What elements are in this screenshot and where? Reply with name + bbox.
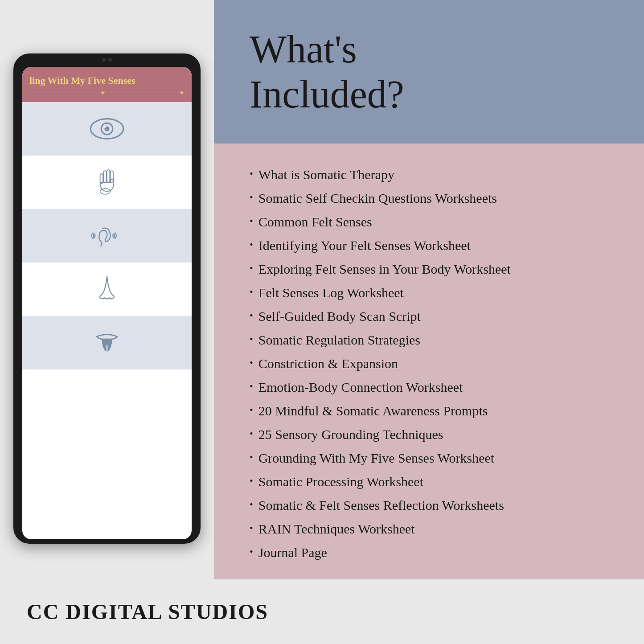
camera-dot-2 [108,58,112,62]
list-item: •Identifying Your Felt Senses Worksheet [250,237,617,254]
list-item-text: 25 Sensory Grounding Techniques [258,426,443,443]
list-item: •25 Sensory Grounding Techniques [250,426,617,443]
bullet-icon: • [250,333,253,346]
list-item-text: Constriction & Expansion [258,355,398,372]
divider-line-left [29,93,98,94]
list-item-text: Felt Senses Log Worksheet [258,284,404,301]
bullet-icon: • [250,357,253,369]
bullet-icon: • [250,238,253,251]
list-item-text: Somatic & Felt Senses Reflection Workshe… [258,496,504,514]
bullet-icon: • [250,451,253,464]
screen-content [22,102,192,369]
list-item: •Exploring Felt Senses in Your Body Work… [250,260,617,278]
bullet-icon: • [250,309,253,322]
bullet-icon: • [250,215,253,228]
bullet-icon: • [250,475,253,488]
list-item: •20 Mindful & Somatic Awareness Prompts [250,402,617,419]
divider-line-right [108,93,176,94]
tongue-row [22,316,192,369]
tablet-camera [102,58,112,62]
list-item-text: Identifying Your Felt Senses Worksheet [258,237,471,254]
list-item-text: RAIN Techniques Worksheet [258,520,415,537]
list-item-text: 20 Mindful & Somatic Awareness Prompts [258,402,488,419]
list-item-text: Somatic Regulation Strategies [258,331,420,349]
nose-icon [89,275,125,304]
list-item-text: What is Somatic Therapy [258,166,394,183]
list-item: •Somatic & Felt Senses Reflection Worksh… [250,496,617,514]
whats-included-title: What's Included? [250,27,608,117]
list-item-text: Somatic Processing Worksheet [258,473,423,490]
screen-header: ling With My Five Senses ✦ ✦ [22,67,192,102]
left-section: ling With My Five Senses ✦ ✦ [0,0,214,579]
right-section: What's Included? •What is Somatic Therap… [214,0,644,579]
title-line2: Included? [250,73,404,116]
tablet-mockup: ling With My Five Senses ✦ ✦ [13,53,201,544]
footer: CC DIGITAL STUDIOS [0,579,644,644]
list-item-text: Self-Guided Body Scan Script [258,308,421,325]
list-item: •Constriction & Expansion [250,355,617,372]
bullet-icon: • [250,286,253,299]
camera-dot [102,58,106,62]
title-line1: What's [250,28,357,71]
list-item-text: Somatic Self Checkin Questions Worksheet… [258,189,497,207]
nose-row [22,263,192,316]
eye-row [22,102,192,156]
list-item: •Somatic Self Checkin Questions Workshee… [250,189,617,207]
screen-title: ling With My Five Senses [29,75,185,86]
list-item: •RAIN Techniques Worksheet [250,520,617,537]
list-item: •Journal Page [250,544,617,561]
list-item: •Self-Guided Body Scan Script [250,308,617,325]
bullet-icon: • [250,404,253,417]
whats-included-box: What's Included? [214,0,644,144]
bullet-icon: • [250,498,253,511]
ear-icon [89,222,125,250]
list-item-text: Grounding With My Five Senses Worksheet [258,449,494,467]
bullet-icon: • [250,168,253,180]
screen-divider: ✦ ✦ [29,89,185,97]
list-item: •Somatic Regulation Strategies [250,331,617,349]
bullet-icon: • [250,380,253,393]
bullet-icon: • [250,546,253,558]
list-item-text: Common Felt Senses [258,213,372,230]
list-item-text: Exploring Felt Senses in Your Body Works… [258,260,511,278]
bullet-icon: • [250,522,253,535]
divider-star-left: ✦ [100,89,106,97]
ear-row [22,209,192,263]
bullet-icon: • [250,427,253,440]
list-item: •Common Felt Senses [250,213,617,230]
svg-point-3 [104,126,106,128]
list-item-text: Emotion-Body Connection Worksheet [258,378,463,396]
list-item: •Somatic Processing Worksheet [250,473,617,490]
list-item-text: Journal Page [258,544,327,561]
tongue-icon [89,328,125,357]
svg-rect-5 [107,170,110,182]
bullet-icon: • [250,191,253,204]
hand-row [22,156,192,209]
list-item: •What is Somatic Therapy [250,166,617,183]
list-item: •Grounding With My Five Senses Worksheet [250,449,617,467]
divider-star-right: ✦ [179,89,185,97]
bullet-icon: • [250,262,253,275]
svg-rect-4 [103,171,106,182]
list-item: •Emotion-Body Connection Worksheet [250,378,617,396]
list-item: •Felt Senses Log Worksheet [250,284,617,301]
eye-icon [89,115,125,143]
items-list: •What is Somatic Therapy•Somatic Self Ch… [250,166,617,561]
hand-icon [89,168,125,197]
items-box: •What is Somatic Therapy•Somatic Self Ch… [214,144,644,583]
brand-name: CC DIGITAL STUDIOS [27,599,268,624]
tablet-screen: ling With My Five Senses ✦ ✦ [22,67,192,539]
